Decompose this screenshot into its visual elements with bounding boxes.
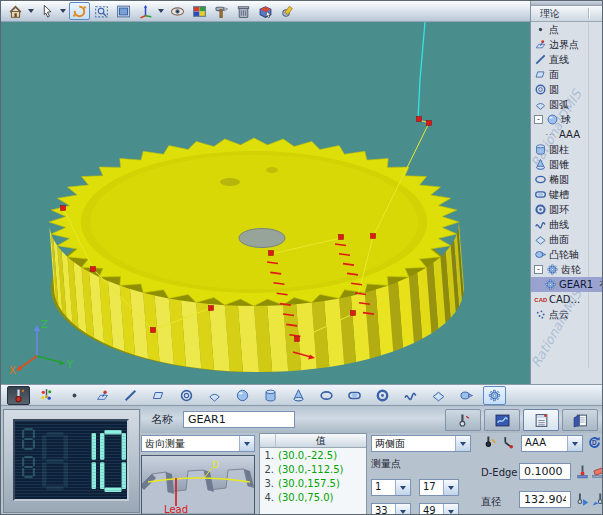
probe-point-icon[interactable] [575,464,590,479]
measure-cone-button[interactable] [287,386,310,405]
tree-item-torus[interactable]: 圆环 [531,202,603,217]
measure-curve-button[interactable] [399,386,422,405]
row-value: (30.0,157.5) [276,478,340,489]
tree-item-arc[interactable]: 圆弧 [531,97,603,112]
zoom-region-button[interactable] [91,2,112,20]
measure-gear-button[interactable] [483,386,506,405]
diameter-input[interactable] [519,491,571,508]
visibility-button[interactable] [167,2,188,20]
home-button[interactable] [5,2,26,20]
cad-icon: CAD [534,293,547,306]
gear-settings-button[interactable] [277,2,298,20]
color-settings-button[interactable] [189,2,210,20]
value-table-row[interactable]: 3.(30.0,157.5) [260,476,366,490]
measure-circle-button[interactable] [175,386,198,405]
circle-icon [534,83,547,96]
view-cube-button[interactable] [255,2,276,20]
measure-mode-select[interactable]: 齿向测量 [141,435,255,452]
value-table-row[interactable]: 2.(30.0,-112.5) [260,462,366,476]
tools-button[interactable] [211,2,232,20]
auto-points-button[interactable] [35,386,58,405]
tree-item-aaa-node[interactable]: AAA [531,127,603,142]
measure-surface-button[interactable] [427,386,450,405]
sphere-icon [235,388,250,403]
probe-mode-button[interactable] [7,386,30,405]
rotate-probe-icon[interactable]: D [587,435,602,450]
tab-probe[interactable] [445,409,481,431]
measure-plane-button[interactable] [147,386,170,405]
tree-item-sphere[interactable]: -球 [531,112,603,127]
tree-item-ellipse[interactable]: 椭圆 [531,172,603,187]
feature-name-input[interactable] [183,411,295,428]
probe-icon [11,388,26,403]
tree-item-slot[interactable]: 键槽 [531,187,603,202]
tab-graph[interactable] [484,409,520,431]
chevron-down-icon[interactable] [395,504,410,515]
measure-arc-button[interactable] [203,386,226,405]
point-select-4[interactable]: 49 [419,503,459,515]
select-cursor-button[interactable] [37,2,58,20]
view-cube-icon [258,4,273,19]
chevron-down-icon[interactable] [28,9,34,13]
measure-sphere-button[interactable] [231,386,254,405]
chevron-down-icon[interactable] [395,480,410,495]
measure-point-button[interactable] [63,386,86,405]
probe-return-icon[interactable] [591,492,603,507]
probe-run-icon[interactable] [575,492,590,507]
point-select-3[interactable]: 33 [371,503,411,515]
measure-camshaft-button[interactable] [455,386,478,405]
chevron-down-icon[interactable] [239,436,254,451]
measure-ellipse-button[interactable] [315,386,338,405]
measure-torus-button[interactable] [371,386,394,405]
ellipse-icon [319,388,334,403]
chevron-down-icon[interactable] [443,480,458,495]
flank-select[interactable]: 两侧面 [371,435,471,452]
tree-item-gear[interactable]: GEAR1有坐 [531,277,603,292]
value-table-row[interactable]: 4.(30.0,75.0) [260,490,366,504]
fit-view-button[interactable] [113,2,134,20]
tree-expander-icon[interactable]: - [534,115,543,124]
tree-item-pointcloud[interactable]: 点云 [531,307,603,322]
tree-item-curve[interactable]: 曲线 [531,217,603,232]
tab-report[interactable] [562,409,598,431]
chevron-down-icon[interactable] [455,436,470,451]
value-table-row[interactable]: 1.(30.0,-22.5) [260,448,366,462]
chevron-down-icon[interactable] [443,504,458,515]
tab-values[interactable] [523,409,559,431]
measure-line-button[interactable] [119,386,142,405]
tree-item-surface[interactable]: 曲面 [531,232,603,247]
delete-button[interactable] [233,2,254,20]
chevron-down-icon[interactable] [60,9,66,13]
chevron-down-icon[interactable] [158,9,164,13]
probe-angle-icon[interactable] [501,435,516,450]
tree-item-cone[interactable]: 圆锥 [531,157,603,172]
svg-text:CAD: CAD [534,297,547,303]
measure-slot-button[interactable] [343,386,366,405]
tree-item-line[interactable]: 直线 [531,52,603,67]
coordinate-system-button[interactable] [135,2,156,20]
tree-column-divider[interactable] [588,8,589,19]
tree-item-plane[interactable]: 面 [531,67,603,82]
chevron-down-icon[interactable] [567,436,582,451]
tree-item-cad[interactable]: CADCAD... [531,292,603,307]
tree-item-gear[interactable]: -齿轮 [531,262,603,277]
tree-item-camshaft[interactable]: 凸轮轴 [531,247,603,262]
d-edge-input[interactable] [519,463,571,480]
tree-expander-icon[interactable]: - [534,265,543,274]
tree-item-cylinder[interactable]: 圆柱 [531,142,603,157]
point-select-2[interactable]: 17 [419,479,459,496]
eraser-icon[interactable] [591,464,603,479]
tree-item-circle[interactable]: 圆 [531,82,603,97]
tree-item-point[interactable]: 点 [531,22,603,37]
rotate-view-button[interactable] [69,2,90,20]
torus-icon [534,203,547,216]
point-select-1[interactable]: 1 [371,479,411,496]
measure-cylinder-button[interactable] [259,386,282,405]
measure-boundary-point-button[interactable] [91,386,114,405]
viewport-3d[interactable]: Z X Y [1,22,530,384]
tree-item-boundary-point[interactable]: 边界点 [531,37,603,52]
app-window: Z X Y 理论 点边界点直线面圆圆弧-球AAA圆柱圆锥椭圆键槽圆环曲线曲面凸轮… [0,0,603,515]
tree-item-label: 圆锥 [549,158,569,172]
probe-select[interactable]: AAA [521,435,583,452]
probe-tool-icon[interactable] [483,435,498,450]
